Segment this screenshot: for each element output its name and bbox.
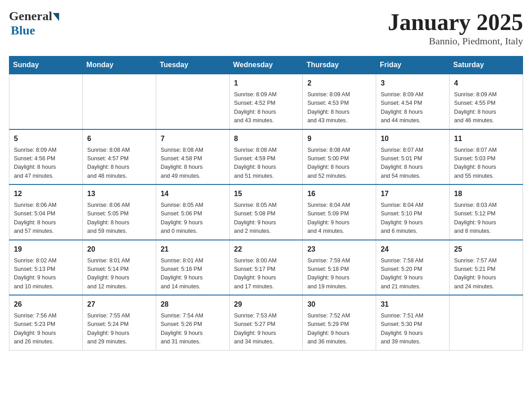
day-info: Sunrise: 8:06 AM Sunset: 5:04 PM Dayligh…: [14, 201, 78, 236]
day-number: 10: [381, 133, 445, 144]
day-number: 24: [381, 244, 445, 255]
calendar-cell: 12Sunrise: 8:06 AM Sunset: 5:04 PM Dayli…: [9, 184, 83, 240]
day-number: 27: [87, 299, 151, 310]
calendar-day-header: Thursday: [303, 56, 376, 74]
day-info: Sunrise: 8:00 AM Sunset: 5:17 PM Dayligh…: [234, 257, 298, 291]
day-info: Sunrise: 8:09 AM Sunset: 4:52 PM Dayligh…: [234, 90, 298, 125]
day-info: Sunrise: 7:56 AM Sunset: 5:23 PM Dayligh…: [14, 312, 78, 347]
page-header: General Blue January 2025 Bannio, Piedmo…: [9, 9, 523, 47]
calendar-week-row: 12Sunrise: 8:06 AM Sunset: 5:04 PM Dayli…: [9, 184, 523, 240]
calendar-day-header: Wednesday: [229, 56, 303, 74]
calendar-cell: 18Sunrise: 8:03 AM Sunset: 5:12 PM Dayli…: [450, 184, 523, 240]
day-info: Sunrise: 8:04 AM Sunset: 5:09 PM Dayligh…: [307, 201, 371, 236]
day-info: Sunrise: 8:08 AM Sunset: 5:00 PM Dayligh…: [307, 146, 371, 181]
day-info: Sunrise: 8:03 AM Sunset: 5:12 PM Dayligh…: [454, 201, 518, 236]
day-info: Sunrise: 7:53 AM Sunset: 5:27 PM Dayligh…: [234, 312, 298, 347]
day-number: 31: [381, 299, 445, 310]
calendar-cell: 25Sunrise: 7:57 AM Sunset: 5:21 PM Dayli…: [450, 240, 523, 295]
calendar-cell: 4Sunrise: 8:09 AM Sunset: 4:55 PM Daylig…: [450, 74, 523, 129]
day-number: 15: [234, 188, 298, 199]
day-info: Sunrise: 8:02 AM Sunset: 5:13 PM Dayligh…: [14, 257, 78, 291]
day-number: 6: [87, 133, 151, 144]
calendar-cell: 23Sunrise: 7:59 AM Sunset: 5:18 PM Dayli…: [303, 240, 376, 295]
calendar-body: 1Sunrise: 8:09 AM Sunset: 4:52 PM Daylig…: [9, 74, 523, 350]
calendar-header-row: SundayMondayTuesdayWednesdayThursdayFrid…: [9, 56, 523, 74]
day-number: 1: [234, 78, 298, 89]
calendar-cell: 2Sunrise: 8:09 AM Sunset: 4:53 PM Daylig…: [303, 74, 376, 129]
day-info: Sunrise: 8:09 AM Sunset: 4:54 PM Dayligh…: [381, 90, 445, 125]
logo-blue-text: Blue: [11, 23, 35, 38]
calendar-cell: 28Sunrise: 7:54 AM Sunset: 5:26 PM Dayli…: [156, 295, 229, 350]
calendar-week-row: 1Sunrise: 8:09 AM Sunset: 4:52 PM Daylig…: [9, 74, 523, 129]
day-info: Sunrise: 8:01 AM Sunset: 5:14 PM Dayligh…: [87, 257, 151, 291]
calendar-cell: 8Sunrise: 8:08 AM Sunset: 4:59 PM Daylig…: [229, 129, 303, 185]
calendar-cell: 30Sunrise: 7:52 AM Sunset: 5:29 PM Dayli…: [303, 295, 376, 350]
day-number: 25: [454, 244, 518, 255]
day-number: 29: [234, 299, 298, 310]
calendar-week-row: 19Sunrise: 8:02 AM Sunset: 5:13 PM Dayli…: [9, 240, 523, 295]
calendar-cell: [9, 74, 83, 129]
day-number: 28: [161, 299, 225, 310]
day-info: Sunrise: 8:04 AM Sunset: 5:10 PM Dayligh…: [381, 201, 445, 236]
day-number: 30: [307, 299, 371, 310]
day-info: Sunrise: 8:06 AM Sunset: 5:05 PM Dayligh…: [87, 201, 151, 236]
calendar-week-row: 26Sunrise: 7:56 AM Sunset: 5:23 PM Dayli…: [9, 295, 523, 350]
calendar-week-row: 5Sunrise: 8:09 AM Sunset: 4:56 PM Daylig…: [9, 129, 523, 185]
calendar-cell: 29Sunrise: 7:53 AM Sunset: 5:27 PM Dayli…: [229, 295, 303, 350]
day-number: 2: [307, 78, 371, 89]
day-info: Sunrise: 8:08 AM Sunset: 4:58 PM Dayligh…: [161, 146, 225, 181]
calendar-day-header: Friday: [376, 56, 450, 74]
day-info: Sunrise: 8:09 AM Sunset: 4:56 PM Dayligh…: [14, 146, 78, 181]
calendar-cell: [450, 295, 523, 350]
day-number: 11: [454, 133, 518, 144]
logo: General Blue: [9, 9, 59, 38]
calendar-cell: 6Sunrise: 8:08 AM Sunset: 4:57 PM Daylig…: [82, 129, 156, 185]
calendar-cell: [156, 74, 229, 129]
title-block: January 2025 Bannio, Piedmont, Italy: [388, 9, 523, 47]
logo-general-text: General: [9, 9, 52, 23]
calendar-day-header: Monday: [82, 56, 156, 74]
day-info: Sunrise: 7:55 AM Sunset: 5:24 PM Dayligh…: [87, 312, 151, 347]
day-number: 23: [307, 244, 371, 255]
calendar-cell: 17Sunrise: 8:04 AM Sunset: 5:10 PM Dayli…: [376, 184, 450, 240]
page-subtitle: Bannio, Piedmont, Italy: [388, 35, 523, 47]
day-number: 21: [161, 244, 225, 255]
calendar-day-header: Saturday: [450, 56, 523, 74]
calendar-day-header: Tuesday: [156, 56, 229, 74]
day-info: Sunrise: 8:01 AM Sunset: 5:16 PM Dayligh…: [161, 257, 225, 291]
day-info: Sunrise: 7:59 AM Sunset: 5:18 PM Dayligh…: [307, 257, 371, 291]
day-number: 12: [14, 188, 78, 199]
day-info: Sunrise: 8:08 AM Sunset: 4:59 PM Dayligh…: [234, 146, 298, 181]
calendar-cell: 13Sunrise: 8:06 AM Sunset: 5:05 PM Dayli…: [82, 184, 156, 240]
calendar-cell: 14Sunrise: 8:05 AM Sunset: 5:06 PM Dayli…: [156, 184, 229, 240]
calendar-cell: 15Sunrise: 8:05 AM Sunset: 5:08 PM Dayli…: [229, 184, 303, 240]
day-info: Sunrise: 8:08 AM Sunset: 4:57 PM Dayligh…: [87, 146, 151, 181]
day-number: 4: [454, 78, 518, 89]
calendar-cell: 9Sunrise: 8:08 AM Sunset: 5:00 PM Daylig…: [303, 129, 376, 185]
day-info: Sunrise: 7:52 AM Sunset: 5:29 PM Dayligh…: [307, 312, 371, 347]
calendar-cell: 27Sunrise: 7:55 AM Sunset: 5:24 PM Dayli…: [82, 295, 156, 350]
day-info: Sunrise: 7:51 AM Sunset: 5:30 PM Dayligh…: [381, 312, 445, 347]
day-info: Sunrise: 7:54 AM Sunset: 5:26 PM Dayligh…: [161, 312, 225, 347]
day-number: 14: [161, 188, 225, 199]
calendar-cell: 10Sunrise: 8:07 AM Sunset: 5:01 PM Dayli…: [376, 129, 450, 185]
calendar-cell: 26Sunrise: 7:56 AM Sunset: 5:23 PM Dayli…: [9, 295, 83, 350]
day-number: 18: [454, 188, 518, 199]
calendar-cell: 20Sunrise: 8:01 AM Sunset: 5:14 PM Dayli…: [82, 240, 156, 295]
calendar-cell: 7Sunrise: 8:08 AM Sunset: 4:58 PM Daylig…: [156, 129, 229, 185]
page-title: January 2025: [388, 9, 523, 35]
day-info: Sunrise: 7:57 AM Sunset: 5:21 PM Dayligh…: [454, 257, 518, 291]
calendar-cell: 1Sunrise: 8:09 AM Sunset: 4:52 PM Daylig…: [229, 74, 303, 129]
calendar-cell: 5Sunrise: 8:09 AM Sunset: 4:56 PM Daylig…: [9, 129, 83, 185]
day-info: Sunrise: 8:05 AM Sunset: 5:06 PM Dayligh…: [161, 201, 225, 236]
day-info: Sunrise: 8:07 AM Sunset: 5:01 PM Dayligh…: [381, 146, 445, 181]
calendar-cell: 19Sunrise: 8:02 AM Sunset: 5:13 PM Dayli…: [9, 240, 83, 295]
calendar-cell: 31Sunrise: 7:51 AM Sunset: 5:30 PM Dayli…: [376, 295, 450, 350]
day-number: 7: [161, 133, 225, 144]
day-info: Sunrise: 8:09 AM Sunset: 4:53 PM Dayligh…: [307, 90, 371, 125]
day-number: 17: [381, 188, 445, 199]
calendar-cell: 22Sunrise: 8:00 AM Sunset: 5:17 PM Dayli…: [229, 240, 303, 295]
calendar-header: SundayMondayTuesdayWednesdayThursdayFrid…: [9, 56, 523, 74]
day-number: 16: [307, 188, 371, 199]
calendar-cell: [82, 74, 156, 129]
